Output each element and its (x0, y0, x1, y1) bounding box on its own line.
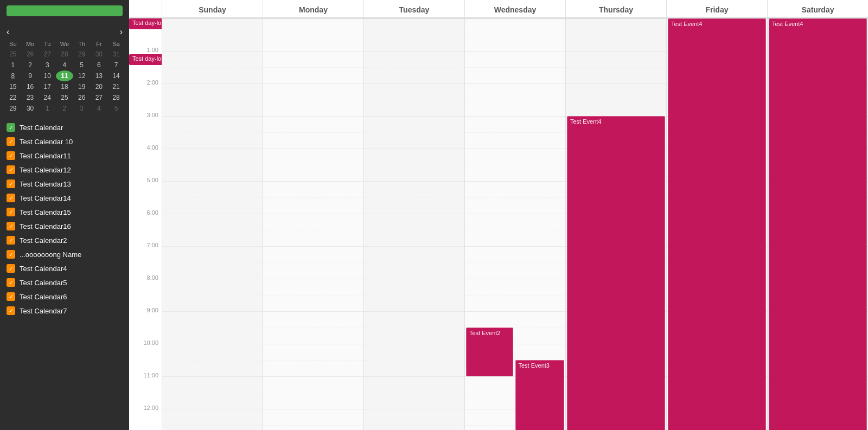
mini-cal-day[interactable]: 2 (56, 103, 73, 114)
mini-cal-day[interactable]: 25 (4, 49, 22, 60)
calendar-checkbox[interactable]: ✓ (7, 250, 15, 259)
calendar-item[interactable]: ✓Test Calendar5 (0, 275, 129, 290)
calendar-item[interactable]: ✓Test Calendar2 (0, 233, 129, 247)
calendar-checkbox[interactable]: ✓ (7, 208, 15, 216)
calendar-checkbox[interactable]: ✓ (7, 222, 15, 230)
timed-event[interactable]: Test Event2 (466, 328, 513, 376)
calendar-checkbox[interactable]: ✓ (7, 306, 15, 315)
calendar-checkbox[interactable]: ✓ (7, 264, 15, 273)
calendar-label: ...ooooooong Name (20, 251, 81, 259)
calendar-item[interactable]: ✓Test Calendar (0, 120, 129, 134)
mini-cal-day[interactable]: 26 (73, 92, 91, 103)
mini-cal-day[interactable]: 1 (39, 103, 56, 114)
calendar-item[interactable]: ✓Test Calendar12 (0, 163, 129, 177)
time-label: 7:00 (129, 242, 162, 274)
calendar-checkbox[interactable]: ✓ (7, 194, 15, 202)
calendar-checkbox[interactable]: ✓ (7, 292, 15, 301)
mini-cal-day[interactable]: 3 (39, 60, 56, 70)
mini-cal-day[interactable]: 13 (91, 70, 108, 81)
half-hour-line (263, 197, 363, 198)
mini-cal-day[interactable]: 9 (22, 70, 39, 81)
mini-cal-day[interactable]: 27 (91, 92, 108, 103)
calendar-label: Test Calendar5 (20, 279, 67, 287)
mini-cal-day[interactable]: 12 (73, 70, 91, 81)
half-hour-line (263, 393, 363, 393)
mini-cal-day[interactable]: 3 (73, 103, 91, 114)
day-column (263, 18, 363, 430)
mini-cal-day[interactable]: 24 (39, 92, 56, 103)
mini-cal-day[interactable]: 22 (4, 92, 22, 103)
mini-cal-day[interactable]: 26 (22, 49, 39, 60)
calendar-checkbox[interactable]: ✓ (7, 278, 15, 287)
time-label: 10:00 (129, 339, 162, 372)
new-event-button[interactable] (7, 5, 123, 16)
hour-line (465, 279, 565, 279)
mini-cal-day[interactable]: 25 (56, 92, 73, 103)
mini-cal-day[interactable]: 11 (56, 70, 73, 81)
calendar-item[interactable]: ✓Test Calendar7 (0, 304, 129, 318)
mini-cal-day[interactable]: 19 (73, 81, 91, 92)
mini-cal-day[interactable]: 10 (39, 70, 56, 81)
half-hour-line (263, 425, 363, 426)
calendar-item[interactable]: ✓Test Calendar15 (0, 205, 129, 219)
hour-line (162, 116, 263, 117)
sidebar: ‹ › SuMoTuWeThFrSa 252627282930311234567… (0, 0, 129, 430)
calendar-checkbox[interactable]: ✓ (7, 123, 15, 132)
calendar-item[interactable]: ✓Test Calendar13 (0, 177, 129, 191)
mini-cal-day[interactable]: 18 (56, 81, 73, 92)
calendar-label: Test Calendar (20, 124, 63, 132)
mini-cal-day[interactable]: 1 (4, 60, 22, 70)
calendar-item[interactable]: ✓Test Calendar14 (0, 191, 129, 205)
mini-cal-day[interactable]: 4 (91, 103, 108, 114)
timed-event[interactable]: Test Event4 (567, 116, 665, 430)
calendar-item[interactable]: ✓Test Calendar 10 (0, 134, 129, 149)
mini-cal-day[interactable]: 5 (73, 60, 91, 70)
mini-cal-day[interactable]: 21 (107, 81, 125, 92)
calendar-checkbox[interactable]: ✓ (7, 137, 15, 146)
calendar-checkbox[interactable]: ✓ (7, 236, 15, 245)
calendar-checkbox[interactable]: ✓ (7, 151, 15, 160)
mini-cal-day[interactable]: 5 (107, 103, 125, 114)
mini-cal-day[interactable]: 30 (22, 103, 39, 114)
time-label: 9:00 (129, 307, 162, 339)
timed-event[interactable]: Test Event3 (515, 360, 565, 430)
mini-cal-day[interactable]: 20 (91, 81, 108, 92)
mini-cal-day[interactable]: 4 (56, 60, 73, 70)
mini-cal-day[interactable]: 16 (22, 81, 39, 92)
mini-cal-day[interactable]: 31 (107, 49, 125, 60)
mini-cal-day[interactable]: 17 (39, 81, 56, 92)
mini-cal-day[interactable]: 15 (4, 81, 22, 92)
day-header: Saturday (767, 0, 868, 17)
hour-line (263, 214, 363, 214)
mini-cal-day[interactable]: 14 (107, 70, 125, 81)
calendar-item[interactable]: ✓Test Calendar4 (0, 261, 129, 275)
mini-cal-day[interactable]: 28 (56, 49, 73, 60)
calendar-checkbox[interactable]: ✓ (7, 179, 15, 188)
half-hour-line (364, 165, 464, 165)
mini-cal-day[interactable]: 7 (107, 60, 125, 70)
mini-cal-day[interactable]: 27 (39, 49, 56, 60)
next-month-button[interactable]: › (118, 27, 125, 37)
half-hour-line (263, 165, 363, 165)
mini-cal-day[interactable]: 8 (4, 70, 22, 81)
mini-cal-day[interactable]: 23 (22, 92, 39, 103)
hour-line (263, 84, 363, 84)
calendar-item[interactable]: ✓Test Calendar6 (0, 290, 129, 304)
mini-cal-day[interactable]: 6 (91, 60, 108, 70)
hour-line (364, 84, 464, 84)
calendar-item[interactable]: ✓...ooooooong Name (0, 247, 129, 261)
mini-cal-day[interactable]: 2 (22, 60, 39, 70)
mini-calendar: ‹ › SuMoTuWeThFrSa 252627282930311234567… (0, 25, 129, 118)
time-grid[interactable]: 1:002:003:004:005:006:007:008:009:0010:0… (129, 18, 868, 430)
hour-line (263, 18, 363, 19)
mini-cal-day[interactable]: 29 (4, 103, 22, 114)
mini-cal-day[interactable]: 28 (107, 92, 125, 103)
calendar-item[interactable]: ✓Test Calendar16 (0, 219, 129, 233)
timed-event[interactable]: Test Event4 (769, 18, 867, 430)
prev-month-button[interactable]: ‹ (4, 27, 11, 37)
timed-event[interactable]: Test Event4 (668, 18, 766, 430)
calendar-item[interactable]: ✓Test Calendar11 (0, 149, 129, 163)
calendar-checkbox[interactable]: ✓ (7, 165, 15, 174)
mini-cal-day[interactable]: 29 (73, 49, 91, 60)
mini-cal-day[interactable]: 30 (91, 49, 108, 60)
